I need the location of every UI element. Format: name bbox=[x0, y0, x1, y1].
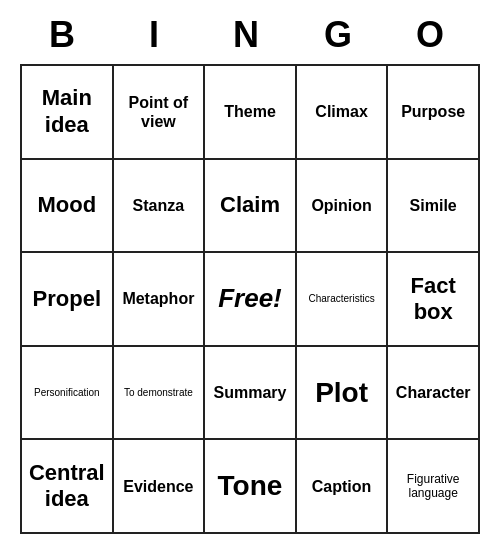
table-row: Theme bbox=[205, 66, 297, 160]
table-row: Central idea bbox=[22, 440, 114, 534]
table-row: Opinion bbox=[297, 160, 389, 254]
letter-g: G bbox=[296, 14, 388, 56]
table-row: Figurative language bbox=[388, 440, 480, 534]
table-row: Evidence bbox=[114, 440, 206, 534]
table-row: Claim bbox=[205, 160, 297, 254]
table-row: Stanza bbox=[114, 160, 206, 254]
table-row: Personification bbox=[22, 347, 114, 441]
bingo-grid: Main ideaPoint of viewThemeClimaxPurpose… bbox=[20, 64, 480, 534]
table-row: Point of view bbox=[114, 66, 206, 160]
table-row: Tone bbox=[205, 440, 297, 534]
bingo-header: B I N G O bbox=[20, 10, 480, 60]
letter-b: B bbox=[20, 14, 112, 56]
table-row: Characteristics bbox=[297, 253, 389, 347]
table-row: Propel bbox=[22, 253, 114, 347]
table-row: Character bbox=[388, 347, 480, 441]
table-row: Main idea bbox=[22, 66, 114, 160]
table-row: Purpose bbox=[388, 66, 480, 160]
table-row: Metaphor bbox=[114, 253, 206, 347]
letter-o: O bbox=[388, 14, 480, 56]
table-row: Fact box bbox=[388, 253, 480, 347]
table-row: Summary bbox=[205, 347, 297, 441]
table-row: Caption bbox=[297, 440, 389, 534]
table-row: Free! bbox=[205, 253, 297, 347]
letter-n: N bbox=[204, 14, 296, 56]
table-row: To demonstrate bbox=[114, 347, 206, 441]
table-row: Mood bbox=[22, 160, 114, 254]
table-row: Simile bbox=[388, 160, 480, 254]
table-row: Plot bbox=[297, 347, 389, 441]
letter-i: I bbox=[112, 14, 204, 56]
table-row: Climax bbox=[297, 66, 389, 160]
